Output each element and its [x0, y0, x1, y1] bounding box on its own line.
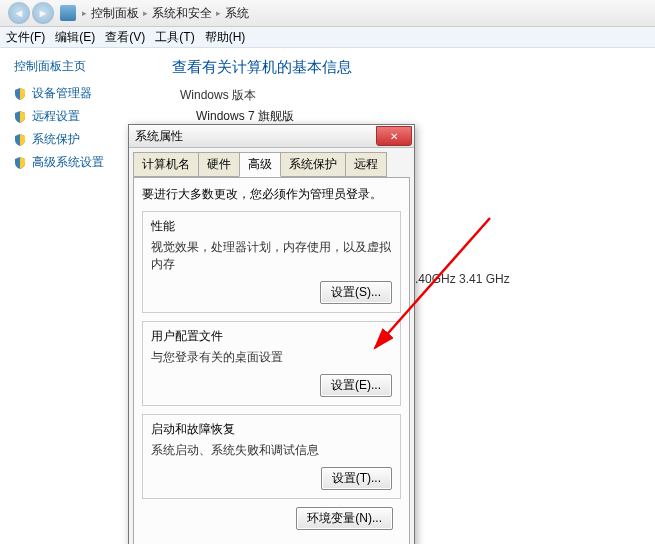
breadcrumb-item[interactable]: 系统和安全: [152, 5, 212, 22]
control-panel-icon: [60, 5, 76, 21]
page-title: 查看有关计算机的基本信息: [172, 58, 637, 77]
admin-note: 要进行大多数更改，您必须作为管理员登录。: [142, 186, 401, 203]
group-user-profiles-desc: 与您登录有关的桌面设置: [151, 349, 392, 366]
tab-body-advanced: 要进行大多数更改，您必须作为管理员登录。 性能 视觉效果，处理器计划，内存使用，…: [133, 177, 410, 544]
control-panel-home-link[interactable]: 控制面板主页: [14, 58, 154, 75]
breadcrumb[interactable]: ▸ 控制面板 ▸ 系统和安全 ▸ 系统: [82, 5, 249, 22]
group-startup-recovery-desc: 系统启动、系统失败和调试信息: [151, 442, 392, 459]
breadcrumb-item[interactable]: 控制面板: [91, 5, 139, 22]
group-performance-title: 性能: [151, 218, 392, 235]
system-properties-dialog: 系统属性 ✕ 计算机名 硬件 高级 系统保护 远程 要进行大多数更改，您必须作为…: [128, 124, 415, 544]
tab-hardware[interactable]: 硬件: [198, 152, 240, 177]
titlebar: ◄ ► ▸ 控制面板 ▸ 系统和安全 ▸ 系统: [0, 0, 655, 27]
dialog-titlebar[interactable]: 系统属性 ✕: [129, 125, 414, 148]
close-button[interactable]: ✕: [376, 126, 412, 146]
menu-help[interactable]: 帮助(H): [205, 29, 246, 46]
shield-icon: [14, 88, 26, 100]
tab-advanced[interactable]: 高级: [239, 152, 281, 177]
tab-system-protection[interactable]: 系统保护: [280, 152, 346, 177]
sidebar-item-device-manager[interactable]: 设备管理器: [14, 85, 154, 102]
sidebar-item-label: 远程设置: [32, 108, 80, 125]
tab-computer-name[interactable]: 计算机名: [133, 152, 199, 177]
tab-remote[interactable]: 远程: [345, 152, 387, 177]
sidebar-item-remote-settings[interactable]: 远程设置: [14, 108, 154, 125]
sidebar-item-label: 系统保护: [32, 131, 80, 148]
group-startup-recovery: 启动和故障恢复 系统启动、系统失败和调试信息 设置(T)...: [142, 414, 401, 499]
cpu-frequency-text: .40GHz 3.41 GHz: [415, 272, 510, 286]
group-user-profiles: 用户配置文件 与您登录有关的桌面设置 设置(E)...: [142, 321, 401, 406]
windows-edition-value: Windows 7 旗舰版: [196, 108, 637, 125]
windows-edition-label: Windows 版本: [180, 87, 637, 104]
menu-view[interactable]: 查看(V): [105, 29, 145, 46]
group-performance: 性能 视觉效果，处理器计划，内存使用，以及虚拟内存 设置(S)...: [142, 211, 401, 313]
user-profiles-settings-button[interactable]: 设置(E)...: [320, 374, 392, 397]
environment-variables-button[interactable]: 环境变量(N)...: [296, 507, 393, 530]
startup-recovery-settings-button[interactable]: 设置(T)...: [321, 467, 392, 490]
dialog-title: 系统属性: [135, 128, 183, 145]
performance-settings-button[interactable]: 设置(S)...: [320, 281, 392, 304]
shield-icon: [14, 134, 26, 146]
shield-icon: [14, 111, 26, 123]
group-user-profiles-title: 用户配置文件: [151, 328, 392, 345]
breadcrumb-item[interactable]: 系统: [225, 5, 249, 22]
dialog-tabs: 计算机名 硬件 高级 系统保护 远程: [129, 148, 414, 177]
group-performance-desc: 视觉效果，处理器计划，内存使用，以及虚拟内存: [151, 239, 392, 273]
menu-edit[interactable]: 编辑(E): [55, 29, 95, 46]
forward-button[interactable]: ►: [32, 2, 54, 24]
menu-file[interactable]: 文件(F): [6, 29, 45, 46]
menu-tools[interactable]: 工具(T): [155, 29, 194, 46]
shield-icon: [14, 157, 26, 169]
group-startup-recovery-title: 启动和故障恢复: [151, 421, 392, 438]
sidebar-item-label: 高级系统设置: [32, 154, 104, 171]
back-button[interactable]: ◄: [8, 2, 30, 24]
sidebar-item-label: 设备管理器: [32, 85, 92, 102]
menubar: 文件(F) 编辑(E) 查看(V) 工具(T) 帮助(H): [0, 27, 655, 48]
